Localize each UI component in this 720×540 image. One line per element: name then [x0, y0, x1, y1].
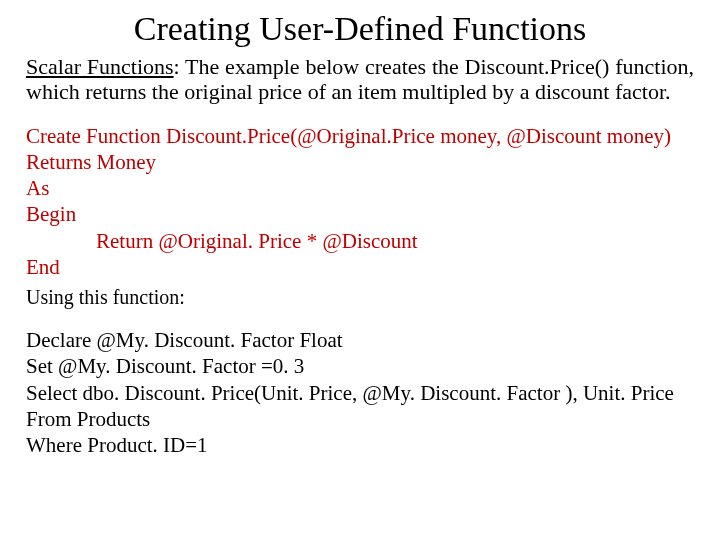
code-block-definition: Create Function Discount.Price(@Original… [26, 123, 694, 281]
slide: Creating User-Defined Functions Scalar F… [0, 0, 720, 540]
code-line: Select dbo. Discount. Price(Unit. Price,… [26, 380, 694, 406]
code-line: Declare @My. Discount. Factor Float [26, 327, 694, 353]
code-line: Set @My. Discount. Factor =0. 3 [26, 353, 694, 379]
code-block-usage: Declare @My. Discount. Factor Float Set … [26, 327, 694, 458]
code-line: Begin [26, 201, 694, 227]
code-line: End [26, 254, 694, 280]
code-line: Where Product. ID=1 [26, 432, 694, 458]
code-line: Returns Money [26, 149, 694, 175]
code-line-indented: Return @Original. Price * @Discount [26, 228, 418, 254]
intro-paragraph: Scalar Functions: The example below crea… [26, 54, 694, 105]
code-line: Return @Original. Price * @Discount [26, 228, 694, 254]
using-label: Using this function: [26, 286, 694, 309]
intro-lead: Scalar Functions [26, 54, 174, 79]
slide-title: Creating User-Defined Functions [26, 10, 694, 48]
code-line: Create Function Discount.Price(@Original… [26, 123, 694, 149]
code-line: As [26, 175, 694, 201]
code-line: From Products [26, 406, 694, 432]
